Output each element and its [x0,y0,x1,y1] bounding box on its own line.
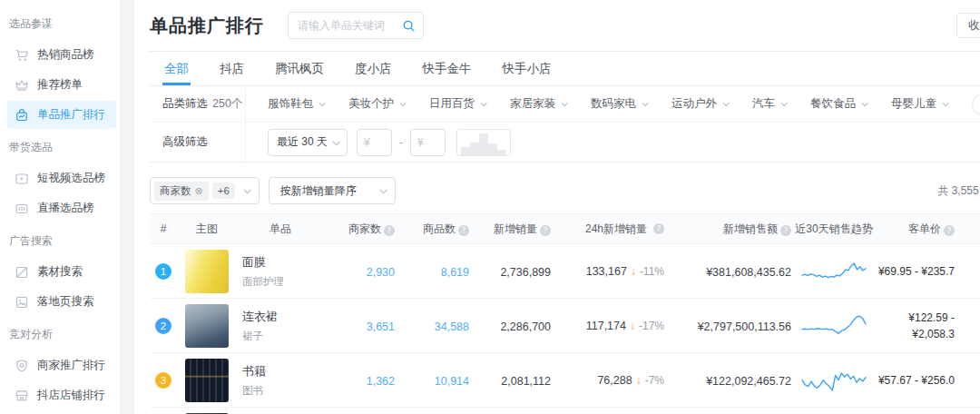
sidebar-item-doudian-shop-rank[interactable]: 抖店店铺排行 [7,381,116,409]
more-metrics-chip: +6 [212,182,235,199]
product-name: 连衣裙 [242,309,324,325]
filter-panel: 全部 抖店 腾讯枫页 度小店 快手金牛 快手小店 品类筛选 250个 服饰鞋包 … [150,51,980,163]
metric-chip: 商家数 ⊗ [154,182,209,201]
table-row[interactable]: 4 卫衣 上衣 4,208 21,850 2,023,826 81,581 ↓ … [150,408,980,414]
platform-tabs: 全部 抖店 腾讯枫页 度小店 快手金牛 快手小店 [150,52,980,86]
change-percent: -11% [640,265,664,278]
change-percent: -17% [639,320,664,332]
metric-multiselect[interactable]: 商家数 ⊗ +6 [150,177,260,204]
sidebar-item-hot-products[interactable]: 热销商品榜 [7,41,116,69]
products-value[interactable]: 8,619 [441,266,469,279]
arrow-down-icon: ↓ [630,320,635,332]
chevron-down-icon [481,100,487,106]
table-toolbar: 商家数 ⊗ +6 按新增销量降序 共 3,555 条结果 [150,177,980,204]
sort-dropdown[interactable]: 按新增销量降序 [269,177,396,204]
category-dropdown-sports[interactable]: 运动户外 [671,96,728,112]
landing-page-icon [15,295,29,310]
product-image[interactable] [185,250,229,293]
price-max-input[interactable] [410,129,446,156]
date-range-select[interactable]: 最近 30 天 [268,129,348,156]
info-icon[interactable] [780,225,791,236]
remove-chip-icon[interactable]: ⊗ [195,185,203,197]
category-dropdown-daily[interactable]: 日用百货 [429,96,485,112]
info-icon[interactable] [384,225,395,236]
sidebar-item-product-promotion-rank[interactable]: 单品推广排行 [7,101,116,129]
cart-icon [15,48,29,63]
collapse-label: 收起 [968,18,980,34]
chevron-down-icon [723,100,730,106]
sidebar-item-short-video-picks[interactable]: 短视频选品榜 [7,164,116,192]
merchants-value[interactable]: 3,651 [367,320,395,333]
table-row[interactable]: 1 面膜 面部护理 2,930 8,619 2,736,899 133,167 … [150,244,980,299]
category-dropdown-home[interactable]: 家居家装 [510,96,566,112]
category-dropdown-apparel[interactable]: 服饰鞋包 [268,96,324,112]
collapse-button[interactable]: 收起 [956,13,980,38]
tab-all[interactable]: 全部 [162,52,191,85]
sidebar-item-landing-page-search[interactable]: 落地页搜索 [7,288,116,316]
new-sales-value: 2,081,112 [501,375,551,388]
arrow-down-icon: ↓ [631,265,636,278]
info-icon[interactable] [944,225,955,236]
sidebar-item-recommend-lists[interactable]: 推荐榜单 [7,71,116,99]
expand-button[interactable]: 展开 [972,94,980,115]
sidebar-item-label: 抖店店铺排行 [37,388,105,403]
advanced-filter-label: 高级筛选 [150,123,246,162]
info-icon[interactable] [458,225,469,236]
tab-doudian[interactable]: 抖店 [218,52,246,85]
price-min-input[interactable] [357,129,392,156]
sidebar-gutter [120,0,134,414]
col-merchants: 商家数 [324,222,395,237]
products-value[interactable]: 34,588 [435,320,469,333]
merchants-value[interactable]: 2,930 [367,266,395,279]
price-range: ¥57.67 - ¥256.0 [878,374,955,387]
tab-kuaishou-xiaodian[interactable]: 快手小店 [501,52,554,85]
chevron-down-icon [243,186,250,193]
chevron-down-icon [332,138,339,145]
advanced-filter-content: 最近 30 天 - [246,129,980,156]
chevron-down-icon [642,100,649,106]
rank-badge: 3 [155,372,172,389]
ranking-table: # 主图 单品 商家数 商品数 新增销量 24h新增销量 新增销售额 近30天销… [150,213,980,414]
products-value[interactable]: 10,914 [435,375,469,388]
tab-tencent-fengye[interactable]: 腾讯枫页 [273,52,326,85]
product-image[interactable] [185,359,229,402]
search-input[interactable] [298,19,402,32]
merchants-value[interactable]: 1,362 [367,375,395,388]
category-dropdown-beauty[interactable]: 美妆个护 [348,96,405,112]
category-count: 250个 [212,96,242,112]
category-dropdown-baby[interactable]: 母婴儿童 [891,96,947,112]
chevron-down-icon [943,100,949,106]
video-icon [15,172,29,186]
chevron-down-icon [562,100,568,106]
product-image[interactable] [185,304,229,348]
table-row[interactable]: 3 书籍 图书 1,362 10,914 2,081,112 76,288 ↓ … [150,353,980,408]
sales-24h-value: 133,167 [586,265,627,278]
col-products: 商品数 [395,222,469,237]
price-histogram[interactable] [456,129,511,156]
table-row[interactable]: 2 连衣裙 裙子 3,651 34,588 2,286,700 117,174 … [150,299,980,353]
sidebar-item-label: 直播选品榜 [37,201,94,216]
revenue-value: ¥2,797,500,113.56 [698,320,791,333]
new-sales-value: 2,736,899 [500,266,551,279]
sidebar-group-label: 带货选品 [7,134,116,163]
sidebar-item-live-picks[interactable]: 直播选品榜 [7,194,116,222]
sidebar-item-merchant-promotion-rank[interactable]: 商家推广排行 [7,351,116,380]
bag-icon [15,108,29,123]
sidebar-item-creative-search[interactable]: 素材搜索 [7,258,116,286]
sidebar-item-label: 短视频选品榜 [37,171,105,186]
revenue-value: ¥122,092,465.72 [706,375,791,388]
chevron-down-icon [862,100,868,106]
tab-kuaishou-jinniu[interactable]: 快手金牛 [421,52,474,85]
page-title: 单品推广排行 [150,14,264,38]
search-icon[interactable] [402,19,416,33]
info-icon[interactable] [540,225,551,236]
info-icon[interactable] [653,223,664,234]
arrow-down-icon: ↓ [636,374,642,387]
crown-icon [15,78,29,93]
price-range: ¥69.95 - ¥235.7 [878,265,955,278]
tab-duxiaodian[interactable]: 度小店 [353,52,394,85]
chevron-down-icon [379,186,387,193]
category-dropdown-auto[interactable]: 汽车 [752,96,786,112]
category-dropdown-food[interactable]: 餐饮食品 [810,96,867,112]
category-dropdown-digital[interactable]: 数码家电 [591,96,647,112]
